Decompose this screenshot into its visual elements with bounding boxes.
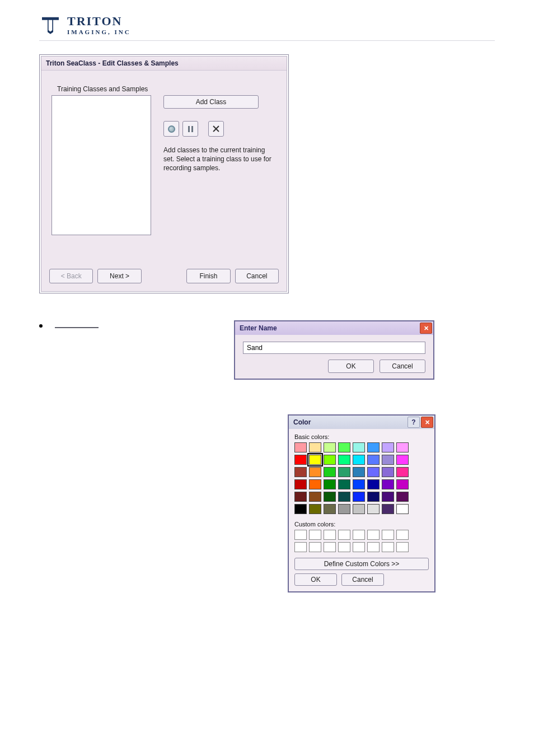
pause-icon bbox=[188, 126, 193, 132]
close-icon bbox=[213, 125, 219, 132]
finish-button[interactable]: Finish bbox=[186, 269, 230, 283]
color-swatch[interactable] bbox=[324, 442, 336, 452]
color-swatch[interactable] bbox=[324, 467, 336, 477]
color-swatch[interactable] bbox=[396, 504, 409, 514]
list-label: Training Classes and Samples bbox=[57, 85, 277, 93]
custom-swatch[interactable] bbox=[338, 542, 350, 552]
custom-swatch[interactable] bbox=[309, 542, 321, 552]
custom-swatch[interactable] bbox=[324, 542, 336, 552]
custom-swatch[interactable] bbox=[382, 542, 394, 552]
color-swatch[interactable] bbox=[338, 504, 350, 514]
color-swatch[interactable] bbox=[367, 492, 380, 502]
color-cancel-button[interactable]: Cancel bbox=[341, 573, 384, 586]
color-swatch[interactable] bbox=[309, 455, 321, 465]
color-swatch[interactable] bbox=[294, 455, 307, 465]
training-list[interactable] bbox=[51, 95, 151, 235]
cancel-button[interactable]: Cancel bbox=[235, 269, 279, 283]
basic-color-grid bbox=[294, 442, 429, 514]
custom-swatch[interactable] bbox=[353, 530, 365, 540]
color-swatch[interactable] bbox=[309, 504, 321, 514]
color-swatch[interactable] bbox=[382, 504, 394, 514]
color-swatch[interactable] bbox=[294, 479, 307, 489]
color-swatch[interactable] bbox=[324, 504, 336, 514]
color-close-button[interactable]: ✕ bbox=[421, 417, 433, 428]
color-swatch[interactable] bbox=[324, 455, 336, 465]
color-dialog: Color ? ✕ Basic colors: Custom colors: D… bbox=[288, 414, 435, 592]
color-swatch[interactable] bbox=[353, 442, 365, 452]
custom-colors-label: Custom colors: bbox=[294, 521, 429, 528]
color-swatch[interactable] bbox=[396, 492, 409, 502]
class-name-input[interactable] bbox=[243, 342, 425, 354]
custom-swatch[interactable] bbox=[367, 542, 380, 552]
color-swatch[interactable] bbox=[382, 467, 394, 477]
color-swatch[interactable] bbox=[338, 455, 350, 465]
color-ok-button[interactable]: OK bbox=[294, 573, 337, 586]
custom-swatch[interactable] bbox=[396, 542, 409, 552]
custom-swatch[interactable] bbox=[382, 530, 394, 540]
custom-color-grid bbox=[294, 530, 429, 552]
record-button[interactable] bbox=[163, 121, 179, 137]
enter-name-ok-button[interactable]: OK bbox=[328, 360, 374, 373]
color-swatch[interactable] bbox=[353, 492, 365, 502]
enter-name-close-button[interactable]: ✕ bbox=[420, 323, 432, 334]
color-swatch[interactable] bbox=[294, 492, 307, 502]
back-button[interactable]: < Back bbox=[49, 269, 93, 283]
color-swatch[interactable] bbox=[309, 467, 321, 477]
color-swatch[interactable] bbox=[396, 479, 409, 489]
custom-swatch[interactable] bbox=[367, 530, 380, 540]
color-titlebar: Color ? ✕ bbox=[289, 416, 434, 429]
custom-swatch[interactable] bbox=[294, 542, 307, 552]
color-swatch[interactable] bbox=[294, 442, 307, 452]
color-swatch[interactable] bbox=[353, 467, 365, 477]
color-swatch[interactable] bbox=[396, 467, 409, 477]
triton-mark-icon bbox=[39, 13, 62, 36]
brand-name: TRITON bbox=[67, 14, 131, 29]
custom-swatch[interactable] bbox=[396, 530, 409, 540]
add-class-label: Add Class bbox=[196, 98, 227, 106]
color-swatch[interactable] bbox=[338, 467, 350, 477]
color-swatch[interactable] bbox=[382, 455, 394, 465]
color-swatch[interactable] bbox=[367, 504, 380, 514]
basic-colors-label: Basic colors: bbox=[294, 433, 429, 440]
window-title: Triton SeaClass - Edit Classes & Samples bbox=[41, 57, 287, 71]
pause-button[interactable] bbox=[182, 121, 198, 137]
color-help-button[interactable]: ? bbox=[407, 417, 420, 428]
screenshot-entername: Enter Name ✕ OK Cancel bbox=[233, 319, 435, 381]
custom-swatch[interactable] bbox=[324, 530, 336, 540]
color-swatch[interactable] bbox=[396, 442, 409, 452]
next-button[interactable]: Next > bbox=[97, 269, 141, 283]
brand-sub: IMAGING, INC bbox=[67, 29, 131, 35]
color-swatch[interactable] bbox=[367, 479, 380, 489]
color-swatch[interactable] bbox=[382, 479, 394, 489]
color-swatch[interactable] bbox=[338, 479, 350, 489]
color-swatch[interactable] bbox=[367, 442, 380, 452]
color-swatch[interactable] bbox=[309, 479, 321, 489]
color-swatch[interactable] bbox=[353, 455, 365, 465]
color-swatch[interactable] bbox=[324, 479, 336, 489]
color-swatch[interactable] bbox=[367, 467, 380, 477]
custom-swatch[interactable] bbox=[309, 530, 321, 540]
custom-swatch[interactable] bbox=[353, 542, 365, 552]
color-swatch[interactable] bbox=[294, 467, 307, 477]
enter-name-cancel-button[interactable]: Cancel bbox=[380, 360, 425, 373]
color-swatch[interactable] bbox=[338, 492, 350, 502]
color-swatch[interactable] bbox=[338, 442, 350, 452]
close-icon: ✕ bbox=[425, 419, 430, 426]
help-icon: ? bbox=[411, 418, 415, 426]
brand-logo: TRITON IMAGING, INC bbox=[39, 13, 495, 36]
custom-swatch[interactable] bbox=[294, 530, 307, 540]
color-swatch[interactable] bbox=[294, 504, 307, 514]
color-swatch[interactable] bbox=[309, 442, 321, 452]
color-swatch[interactable] bbox=[382, 492, 394, 502]
custom-swatch[interactable] bbox=[338, 530, 350, 540]
delete-button[interactable] bbox=[208, 121, 224, 137]
color-swatch[interactable] bbox=[309, 492, 321, 502]
color-swatch[interactable] bbox=[396, 455, 409, 465]
define-custom-button[interactable]: Define Custom Colors >> bbox=[294, 558, 429, 570]
color-swatch[interactable] bbox=[382, 442, 394, 452]
color-swatch[interactable] bbox=[324, 492, 336, 502]
color-swatch[interactable] bbox=[367, 455, 380, 465]
add-class-button[interactable]: Add Class bbox=[163, 95, 259, 109]
color-swatch[interactable] bbox=[353, 504, 365, 514]
color-swatch[interactable] bbox=[353, 479, 365, 489]
